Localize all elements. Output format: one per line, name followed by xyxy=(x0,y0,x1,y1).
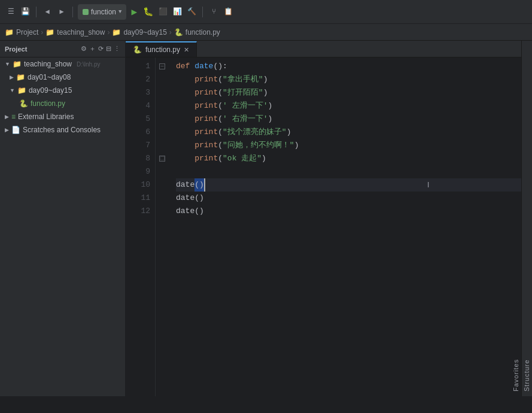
gutter-10 xyxy=(156,178,169,192)
code-line-2: print("拿出手机") xyxy=(176,73,521,86)
breadcrumb-project[interactable]: 📁 Project › xyxy=(5,28,43,37)
git-icon[interactable]: ⑂ xyxy=(208,6,220,18)
call-paren-11: () xyxy=(194,192,204,205)
sidebar-item-teaching-show[interactable]: ▼ 📁 teaching_show D:\lnh.py xyxy=(0,57,125,71)
paren-4: ( xyxy=(218,99,223,113)
sidebar-sync-icon[interactable]: ⟳ xyxy=(98,45,104,53)
gutter-9 xyxy=(156,165,169,178)
panel-tab-structure[interactable]: Structure xyxy=(521,41,532,396)
breadcrumb-project-label: Project xyxy=(16,28,38,37)
kw-print-7: print xyxy=(194,139,218,152)
gutter-2 xyxy=(156,73,169,86)
menu-icon[interactable]: ☰ xyxy=(5,6,17,18)
vcs-icon[interactable]: 📋 xyxy=(222,6,234,18)
expand-arrow-scratches: ▶ xyxy=(5,127,9,133)
indent-6 xyxy=(176,126,194,139)
breadcrumb-teaching-show[interactable]: 📁 teaching_show › xyxy=(45,28,110,37)
sidebar-add-icon[interactable]: ＋ xyxy=(89,44,96,53)
separator-1 xyxy=(36,7,37,17)
str-8: "ok 走起" xyxy=(223,152,262,165)
run-config-dropdown[interactable]: function ▼ xyxy=(78,4,126,20)
breadcrumb-file[interactable]: 🐍 function.py xyxy=(174,28,220,37)
editor-content: 1 2 3 4 5 6 7 8 9 10 11 12 − xyxy=(126,57,521,396)
sidebar-item-day09[interactable]: ▼ 📁 day09~day15 xyxy=(0,84,125,97)
gutter-6 xyxy=(156,126,169,139)
sidebar-collapse-icon[interactable]: ⊟ xyxy=(106,45,111,53)
panel-tab-favorites[interactable]: Favorites xyxy=(510,41,521,396)
kw-print-3: print xyxy=(194,86,218,99)
sidebar-options-icon[interactable]: ⋮ xyxy=(114,45,120,53)
call-date-11: date xyxy=(176,192,194,205)
gutter-fold-8[interactable]: □ xyxy=(156,152,169,165)
indent-5 xyxy=(176,113,194,126)
line-num-3: 3 xyxy=(126,86,150,99)
gutter-3 xyxy=(156,86,169,99)
profile-icon[interactable]: 📊 xyxy=(171,6,183,18)
paren-8: ( xyxy=(218,152,223,165)
expand-arrow-day09: ▼ xyxy=(10,87,15,93)
sidebar-item-function-py[interactable]: 🐍 function.py xyxy=(0,97,125,110)
close-paren-4: ) xyxy=(267,99,272,113)
debug-icon[interactable]: 🐛 xyxy=(142,7,154,17)
code-line-12: date() xyxy=(176,205,521,218)
kw-print-4: print xyxy=(194,99,218,113)
breadcrumb-day09[interactable]: 📁 day09~day15 › xyxy=(112,28,171,37)
main-toolbar: ☰ 💾 ◀ ▶ function ▼ ▶ 🐛 ⬛ 📊 🔨 ⑂ 📋 xyxy=(0,0,532,24)
separator-3 xyxy=(202,7,203,17)
sidebar-item-scratches[interactable]: ▶ 📄 Scratches and Consoles xyxy=(0,123,125,136)
sidebar-label-ext-libs: External Libraries xyxy=(18,113,74,121)
breadcrumb: 📁 Project › 📁 teaching_show › 📁 day09~da… xyxy=(0,24,532,41)
kw-print-2: print xyxy=(194,73,218,86)
sidebar-label-teaching-show: teaching_show xyxy=(24,60,72,68)
indent-7 xyxy=(176,139,194,152)
coverage-icon[interactable]: ⬛ xyxy=(157,6,169,18)
kw-print-6: print xyxy=(194,126,218,139)
close-paren-5: ) xyxy=(267,113,272,126)
sidebar-label-scratches: Scratches and Consoles xyxy=(23,126,101,134)
str-6: "找个漂亮的妹子" xyxy=(223,126,287,139)
close-paren-7: ) xyxy=(294,139,299,152)
paren-2: ( xyxy=(218,73,223,86)
code-line-10: date()| I xyxy=(176,178,521,192)
folder-icon-day09: 📁 xyxy=(17,86,26,95)
line-num-12: 12 xyxy=(126,205,150,218)
forward-icon[interactable]: ▶ xyxy=(56,6,68,18)
tab-close-button[interactable]: ✕ xyxy=(184,46,189,54)
main-layout: Project ⚙ ＋ ⟳ ⊟ ⋮ ▼ 📁 teaching_show D:\l… xyxy=(0,41,532,396)
gutter-12 xyxy=(156,205,169,218)
code-editor[interactable]: def date(): print("拿出手机") print("打开陌陌") … xyxy=(169,57,521,396)
save-icon[interactable]: 💾 xyxy=(19,6,31,18)
back-icon[interactable]: ◀ xyxy=(41,6,53,18)
separator-2 xyxy=(72,7,73,17)
code-line-1: def date(): xyxy=(176,60,521,73)
call-highlight-10: () xyxy=(194,178,204,192)
run-button[interactable]: ▶ xyxy=(129,6,139,18)
sidebar-item-external-libraries[interactable]: ▶ ≡ External Libraries xyxy=(0,110,125,123)
line-num-9: 9 xyxy=(126,165,150,178)
str-2: "拿出手机" xyxy=(223,73,263,86)
code-line-4: print(' 左滑一下') xyxy=(176,99,521,113)
breadcrumb-filename: function.py xyxy=(186,28,220,37)
code-line-8: print("ok 走起") xyxy=(176,152,521,165)
expand-arrow-teaching-show: ▼ xyxy=(5,61,10,67)
tab-function-py[interactable]: 🐍 function.py ✕ xyxy=(126,41,197,57)
sidebar-gear-icon[interactable]: ⚙ xyxy=(81,45,87,53)
line-num-1: 1 xyxy=(126,60,150,73)
close-paren-8: ) xyxy=(262,152,266,165)
empty-9 xyxy=(176,165,181,178)
paren-3: ( xyxy=(218,86,223,99)
breadcrumb-folder-1: teaching_show xyxy=(57,28,105,37)
expand-arrow-day01: ▶ xyxy=(10,74,14,80)
folder-icon-teaching-show: 📁 xyxy=(13,60,22,68)
build-icon[interactable]: 🔨 xyxy=(186,6,197,18)
paren-1: (): xyxy=(213,60,227,73)
tab-py-icon: 🐍 xyxy=(133,45,142,54)
sidebar-item-day01[interactable]: ▶ 📁 day01~day08 xyxy=(0,71,125,84)
text-cursor: | xyxy=(204,178,205,192)
breadcrumb-sep-3: › xyxy=(169,28,172,37)
right-panel-tabs: Structure Favorites xyxy=(521,41,532,396)
expand-arrow-ext-libs: ▶ xyxy=(5,114,9,120)
gutter-fold-1[interactable]: − xyxy=(156,60,169,73)
py-icon-function: 🐍 xyxy=(19,99,28,108)
close-paren-3: ) xyxy=(263,86,268,99)
